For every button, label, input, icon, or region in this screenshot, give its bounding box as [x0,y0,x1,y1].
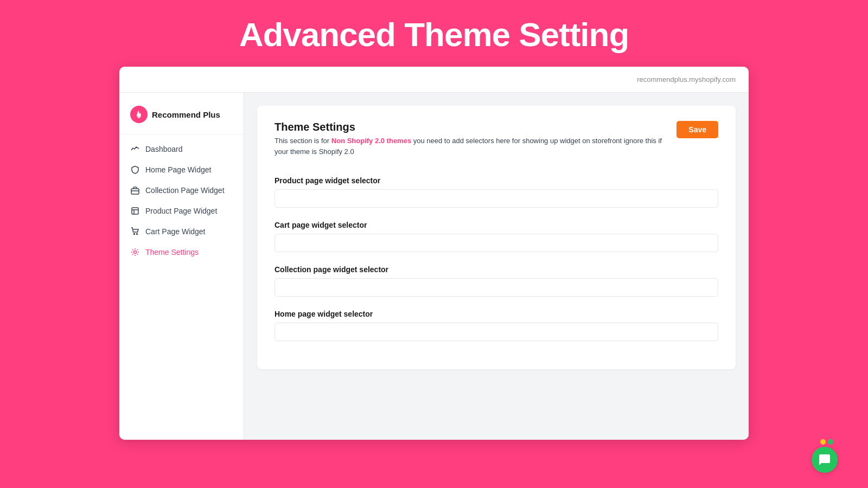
subtitle-prefix: This section is for [275,137,331,145]
yellow-dot [820,439,826,445]
sidebar-item-collection-page-widget[interactable]: Collection Page Widget [119,180,244,201]
card-title: Theme Settings [275,121,666,133]
subtitle-highlight: Non Shopify 2.0 themes [331,137,411,145]
collection-page-selector-input[interactable] [275,278,718,297]
chat-fab-container: We Are Here! [812,432,842,473]
sidebar-label-cart-page-widget: Cart Page Widget [145,227,206,236]
settings-card: Theme Settings This section is for Non S… [257,106,736,369]
logo-icon [130,106,148,123]
cart-page-selector-input[interactable] [275,234,718,252]
field-label-collection: Collection page widget selector [275,265,718,274]
card-header: Theme Settings This section is for Non S… [275,121,666,157]
field-group-collection: Collection page widget selector [275,265,718,297]
page-title-banner: Advanced Theme Setting [0,0,868,67]
sidebar-item-theme-settings[interactable]: Theme Settings [119,242,244,262]
activity-icon [130,144,140,154]
field-group-home: Home page widget selector [275,310,718,341]
svg-point-6 [137,234,138,235]
page-title: Advanced Theme Setting [0,15,868,54]
top-bar: recommendplus.myshopify.com [119,67,749,93]
green-dot [828,439,833,445]
briefcase-icon [130,185,140,195]
field-label-cart: Cart page widget selector [275,221,718,229]
field-label-product: Product page widget selector [275,176,718,185]
content-area: Theme Settings This section is for Non S… [244,93,749,440]
field-group-product: Product page widget selector [275,176,718,208]
sidebar-logo-text: Recommend Plus [152,110,220,119]
card-subtitle: This section is for Non Shopify 2.0 them… [275,136,666,157]
logo-svg [133,109,144,120]
cart-icon [130,227,140,236]
product-page-selector-input[interactable] [275,189,718,208]
sidebar-item-product-page-widget[interactable]: Product Page Widget [119,201,244,221]
sidebar-label-theme-settings: Theme Settings [145,248,199,256]
field-group-cart: Cart page widget selector [275,221,718,252]
field-label-home: Home page widget selector [275,310,718,318]
sidebar: Recommend Plus Dashboard Home Page Widge… [119,93,244,440]
sidebar-item-home-page-widget[interactable]: Home Page Widget [119,159,244,180]
home-page-selector-input[interactable] [275,323,718,341]
sidebar-item-cart-page-widget[interactable]: Cart Page Widget [119,221,244,242]
sidebar-item-dashboard[interactable]: Dashboard [119,139,244,159]
sidebar-label-product-page-widget: Product Page Widget [145,207,217,215]
save-button[interactable]: Save [676,121,718,138]
app-window: recommendplus.myshopify.com Recommend Pl… [119,67,749,440]
svg-rect-0 [131,189,139,194]
store-url: recommendplus.myshopify.com [637,75,736,84]
chat-icon [818,453,831,466]
sidebar-logo: Recommend Plus [119,101,244,134]
settings-icon [130,247,140,257]
sidebar-label-dashboard: Dashboard [145,145,183,153]
shield-icon [130,165,140,175]
chat-button[interactable] [812,447,838,473]
sidebar-label-home-page-widget: Home Page Widget [145,165,211,174]
svg-rect-2 [132,208,138,214]
box-icon [130,206,140,216]
card-header-row: Theme Settings This section is for Non S… [275,121,718,161]
sidebar-label-collection-page-widget: Collection Page Widget [145,186,225,195]
svg-point-5 [134,234,135,235]
main-layout: Recommend Plus Dashboard Home Page Widge… [119,93,749,440]
svg-point-7 [134,251,137,254]
